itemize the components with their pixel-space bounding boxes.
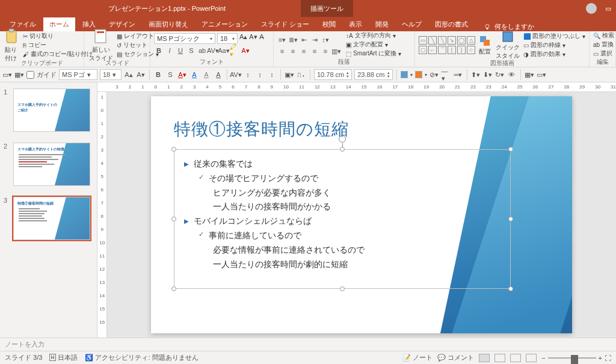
replace-button[interactable]: ab 置換 (593, 40, 614, 49)
slide-title[interactable]: 特徴①接客時間の短縮 (174, 118, 349, 141)
view-slideshow-button[interactable] (526, 354, 537, 362)
qat-color2[interactable]: A (189, 70, 199, 79)
zoom-out-button[interactable]: − (541, 354, 545, 362)
arrange-button[interactable]: 配置 (478, 35, 492, 56)
status-accessibility[interactable]: ♿ アクセシビリティ: 問題ありません (85, 353, 198, 362)
quick-style-button[interactable]: クイック スタイル (494, 31, 521, 60)
thumbnail-3[interactable]: 3 特徴①接客時間の短縮 (0, 196, 97, 250)
tab-transitions[interactable]: 画面切り替え (143, 17, 194, 31)
slide-canvas[interactable]: 特徴①接客時間の短縮 従来の集客ではその場でヒアリングするのでヒアリングが必要な… (107, 92, 616, 338)
resize-handle-l[interactable] (171, 217, 176, 221)
shape-curve-icon[interactable]: ⌒ (438, 46, 446, 54)
shape-fill-button[interactable]: 🟦 図形の塗りつぶし ▾ (523, 32, 585, 40)
tab-help[interactable]: ヘルプ (396, 17, 428, 31)
zoom-in-button[interactable]: + (599, 354, 602, 362)
view-normal-button[interactable] (479, 354, 490, 362)
qat-bold[interactable]: B (153, 70, 163, 79)
cut-button[interactable]: ✂ 切り取り (23, 32, 93, 40)
qat-misc2[interactable]: ▭▾ (537, 70, 546, 79)
shape-brace-icon[interactable]: { (448, 46, 456, 54)
align-text-button[interactable]: ▣ 文字の配置 ▾ (346, 40, 401, 49)
guide-checkbox[interactable] (26, 71, 34, 79)
numbering-button[interactable]: ≣▾ (288, 35, 298, 45)
distribute-button[interactable]: ≡ (321, 46, 330, 56)
clear-formatting-button[interactable]: A̶ (259, 33, 264, 44)
shape-arrow-icon[interactable]: ↘ (448, 36, 456, 45)
new-slide-button[interactable]: 新しい スライド (88, 28, 114, 63)
shape-width-input[interactable]: 23.88 cm▴▾ (354, 69, 392, 80)
qat-color[interactable]: A▾ (177, 70, 187, 79)
qat-ls1[interactable]: ↕ (243, 70, 253, 79)
qat-ls3[interactable]: ↕ (267, 70, 277, 79)
copy-button[interactable]: ⎘ コピー (23, 41, 93, 49)
account-icon[interactable] (586, 3, 597, 14)
find-button[interactable]: 🔍 検索 (593, 31, 614, 40)
bold-button[interactable]: B (154, 46, 164, 55)
qat-back[interactable]: ⬇▾ (483, 70, 493, 79)
qat-eye[interactable]: 👁 (507, 70, 517, 79)
view-sorter-button[interactable] (494, 354, 505, 362)
indent-dec-button[interactable]: ⇤ (299, 35, 309, 45)
align-right-button[interactable]: ≡ (299, 46, 309, 56)
qat-dec-font[interactable]: A▾ (136, 70, 146, 79)
shape-conn-icon[interactable]: ⌐ (428, 46, 437, 54)
qat-rot[interactable]: ↻▾ (495, 70, 505, 79)
view-reading-button[interactable] (510, 354, 521, 362)
zoom-control[interactable]: − + ⛶ (541, 354, 611, 362)
ribbon-display-options-icon[interactable]: ▭ (605, 5, 612, 12)
qat-btn1[interactable]: ▭▾ (2, 70, 12, 79)
shape-tri-icon[interactable]: △ (467, 36, 475, 45)
thumbnail-1[interactable]: 1 スマホ購入予約サイトの ご紹介 (0, 87, 97, 141)
qat-misc1[interactable]: ▦▾ (525, 70, 534, 79)
qat-font-select[interactable]: MS Pゴ▾ (59, 69, 97, 80)
notes-pane[interactable]: ノートを入力 (0, 338, 616, 351)
shape-oval-icon[interactable]: ◯ (457, 36, 466, 45)
thumbnail-2[interactable]: 2 スマホ購入予約サイトの特徴 (0, 141, 97, 196)
zoom-fit-button[interactable]: ⛶ (605, 354, 611, 362)
rotate-handle[interactable] (339, 135, 346, 143)
fill-chip[interactable] (401, 71, 408, 78)
qat-group[interactable]: ▣▾ (285, 70, 294, 79)
shapes-gallery[interactable]: ▭╲╲↘◯△ ▢⌐⌒{}☆ (419, 36, 475, 54)
decrease-font-button[interactable]: A▾ (249, 33, 257, 44)
italic-button[interactable]: I (165, 46, 174, 55)
format-painter-button[interactable]: 🖌 書式のコピー/貼り付け (23, 50, 93, 58)
qat-ls2[interactable]: ↕ (255, 70, 265, 79)
case-button[interactable]: Aa▾ (219, 46, 229, 55)
resize-handle-b[interactable] (340, 286, 345, 291)
qat-align[interactable]: ⎍▾ (297, 70, 306, 79)
status-slide-count[interactable]: スライド 3/3 (5, 353, 42, 362)
font-color-button[interactable]: A▾ (241, 46, 250, 55)
qat-inc-font[interactable]: A▴ (124, 70, 134, 79)
shape-height-input[interactable]: 10.78 cm▴▾ (314, 69, 352, 80)
tab-review[interactable]: 校閲 (316, 17, 342, 31)
qat-size-select[interactable]: 18▾ (100, 69, 122, 80)
resize-handle-bl[interactable] (171, 286, 176, 291)
slide[interactable]: 特徴①接客時間の短縮 従来の集客ではその場でヒアリングするのでヒアリングが必要な… (151, 96, 572, 333)
shape-effects-button[interactable]: ◑ 図形の効果 ▾ (523, 50, 585, 58)
qat-btn2[interactable]: ▦▾ (14, 70, 24, 79)
qat-color3[interactable]: A (202, 70, 211, 79)
font-name-select[interactable]: MS Pゴシック▾ (154, 33, 215, 44)
tab-developer[interactable]: 開発 (369, 17, 395, 31)
shape-line-icon[interactable]: ╲ (428, 36, 437, 45)
smartart-button[interactable]: ⬚ SmartArt に変換 ▾ (346, 49, 401, 58)
align-left-button[interactable]: ≡ (277, 46, 287, 56)
justify-button[interactable]: ≡ (310, 46, 319, 56)
content-textbox[interactable]: 従来の集客ではその場でヒアリングするのでヒアリングが必要な内容が多く一人当たりの… (174, 149, 511, 289)
font-size-select[interactable]: 18▾ (217, 33, 238, 44)
zoom-thumb[interactable] (571, 355, 578, 365)
tab-view[interactable]: 表示 (343, 17, 368, 31)
qat-line1[interactable]: —▾ (442, 70, 451, 79)
status-comments-button[interactable]: 💬 コメント (437, 353, 474, 362)
outline-chip[interactable] (415, 71, 422, 78)
tab-animations[interactable]: アニメーション (196, 17, 254, 31)
tab-slideshow[interactable]: スライド ショー (255, 17, 315, 31)
strike-button[interactable]: S (186, 46, 196, 55)
select-button[interactable]: ▭ 選択 (593, 49, 614, 58)
resize-handle-r[interactable] (508, 217, 513, 221)
qat-color4[interactable]: A (214, 70, 223, 79)
increase-font-button[interactable]: A▴ (239, 33, 247, 44)
qat-spacing[interactable]: AV▾ (231, 70, 241, 79)
paste-button[interactable]: 貼り付け (4, 28, 20, 63)
